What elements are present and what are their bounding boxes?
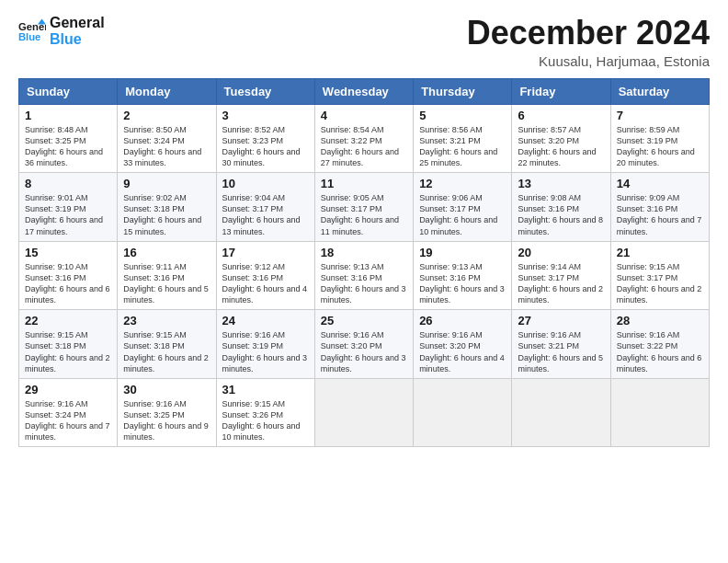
cell-daylight: Daylight: 6 hours and 3 minutes.	[419, 283, 506, 305]
day-number: 31	[222, 383, 309, 396]
day-number: 11	[321, 177, 407, 190]
day-number: 20	[518, 246, 604, 259]
cell-daylight: Daylight: 6 hours and 36 minutes.	[25, 146, 111, 168]
cell-daylight: Daylight: 6 hours and 7 minutes.	[617, 214, 703, 236]
cell-daylight: Daylight: 6 hours and 11 minutes.	[321, 214, 407, 236]
cell-daylight: Daylight: 6 hours and 3 minutes.	[321, 283, 407, 305]
cell-daylight: Daylight: 6 hours and 27 minutes.	[321, 146, 407, 168]
day-number: 14	[617, 177, 703, 190]
cell-daylight: Daylight: 6 hours and 10 minutes.	[222, 420, 309, 442]
cell-daylight: Daylight: 6 hours and 2 minutes.	[25, 352, 111, 374]
cell-sunset: Sunset: 3:20 PM	[321, 340, 407, 351]
day-number: 28	[617, 314, 703, 327]
calendar-week-row: 1 Sunrise: 8:48 AM Sunset: 3:25 PM Dayli…	[19, 104, 710, 173]
cell-sunrise: Sunrise: 9:13 AM	[419, 261, 506, 272]
title-area: December 2024 Kuusalu, Harjumaa, Estonia	[467, 15, 710, 69]
cell-sunrise: Sunrise: 9:16 AM	[123, 398, 210, 409]
day-number: 3	[222, 109, 309, 122]
header-monday: Monday	[118, 78, 216, 104]
table-row: 3 Sunrise: 8:52 AM Sunset: 3:23 PM Dayli…	[216, 104, 314, 173]
day-number: 5	[419, 109, 506, 122]
table-row: 16 Sunrise: 9:11 AM Sunset: 3:16 PM Dayl…	[118, 241, 216, 310]
cell-sunset: Sunset: 3:24 PM	[25, 409, 111, 420]
cell-sunrise: Sunrise: 9:10 AM	[25, 261, 111, 272]
cell-sunrise: Sunrise: 9:14 AM	[518, 261, 604, 272]
table-row: 26 Sunrise: 9:16 AM Sunset: 3:20 PM Dayl…	[414, 310, 512, 379]
day-number: 10	[222, 177, 309, 190]
cell-sunrise: Sunrise: 9:16 AM	[617, 329, 703, 340]
cell-sunset: Sunset: 3:17 PM	[419, 203, 506, 214]
cell-sunset: Sunset: 3:17 PM	[518, 272, 604, 283]
cell-sunset: Sunset: 3:16 PM	[518, 203, 604, 214]
table-row: 21 Sunrise: 9:15 AM Sunset: 3:17 PM Dayl…	[610, 241, 709, 310]
cell-daylight: Daylight: 6 hours and 3 minutes.	[222, 352, 309, 374]
table-row: 7 Sunrise: 8:59 AM Sunset: 3:19 PM Dayli…	[610, 104, 709, 173]
cell-sunrise: Sunrise: 8:56 AM	[419, 124, 506, 135]
day-number: 16	[123, 246, 210, 259]
day-number: 12	[419, 177, 506, 190]
cell-sunset: Sunset: 3:17 PM	[321, 203, 407, 214]
table-row: 30 Sunrise: 9:16 AM Sunset: 3:25 PM Dayl…	[118, 378, 216, 447]
cell-sunset: Sunset: 3:18 PM	[25, 340, 111, 351]
cell-sunset: Sunset: 3:22 PM	[321, 135, 407, 146]
table-row	[314, 378, 413, 447]
cell-sunset: Sunset: 3:17 PM	[617, 272, 703, 283]
table-row	[512, 378, 610, 447]
cell-sunrise: Sunrise: 9:16 AM	[419, 329, 506, 340]
cell-sunset: Sunset: 3:19 PM	[222, 340, 309, 351]
day-number: 25	[321, 314, 407, 327]
cell-sunrise: Sunrise: 8:50 AM	[123, 124, 210, 135]
cell-daylight: Daylight: 6 hours and 20 minutes.	[617, 146, 703, 168]
cell-daylight: Daylight: 6 hours and 15 minutes.	[123, 214, 210, 236]
cell-sunset: Sunset: 3:16 PM	[617, 203, 703, 214]
cell-sunrise: Sunrise: 9:06 AM	[419, 192, 506, 203]
cell-daylight: Daylight: 6 hours and 3 minutes.	[321, 352, 407, 374]
cell-sunset: Sunset: 3:18 PM	[123, 340, 210, 351]
table-row: 23 Sunrise: 9:15 AM Sunset: 3:18 PM Dayl…	[118, 310, 216, 379]
cell-sunset: Sunset: 3:18 PM	[123, 203, 210, 214]
day-number: 7	[617, 109, 703, 122]
svg-text:Blue: Blue	[18, 31, 40, 42]
cell-daylight: Daylight: 6 hours and 5 minutes.	[518, 352, 604, 374]
cell-sunset: Sunset: 3:19 PM	[25, 203, 111, 214]
cell-sunrise: Sunrise: 9:15 AM	[617, 261, 703, 272]
header-friday: Friday	[512, 78, 610, 104]
day-number: 29	[25, 383, 111, 396]
cell-sunset: Sunset: 3:25 PM	[123, 409, 210, 420]
cell-sunrise: Sunrise: 9:15 AM	[123, 329, 210, 340]
table-row: 1 Sunrise: 8:48 AM Sunset: 3:25 PM Dayli…	[19, 104, 118, 173]
table-row: 29 Sunrise: 9:16 AM Sunset: 3:24 PM Dayl…	[19, 378, 118, 447]
table-row: 27 Sunrise: 9:16 AM Sunset: 3:21 PM Dayl…	[512, 310, 610, 379]
cell-sunset: Sunset: 3:20 PM	[518, 135, 604, 146]
table-row: 15 Sunrise: 9:10 AM Sunset: 3:16 PM Dayl…	[19, 241, 118, 310]
cell-sunset: Sunset: 3:16 PM	[419, 272, 506, 283]
cell-sunrise: Sunrise: 9:16 AM	[518, 329, 604, 340]
cell-sunrise: Sunrise: 9:16 AM	[321, 329, 407, 340]
logo-blue: Blue	[50, 31, 105, 48]
table-row: 14 Sunrise: 9:09 AM Sunset: 3:16 PM Dayl…	[610, 173, 709, 242]
day-number: 6	[518, 109, 604, 122]
cell-sunset: Sunset: 3:21 PM	[518, 340, 604, 351]
cell-sunrise: Sunrise: 9:04 AM	[222, 192, 309, 203]
cell-sunset: Sunset: 3:16 PM	[321, 272, 407, 283]
cell-daylight: Daylight: 6 hours and 30 minutes.	[222, 146, 309, 168]
table-row: 20 Sunrise: 9:14 AM Sunset: 3:17 PM Dayl…	[512, 241, 610, 310]
table-row: 18 Sunrise: 9:13 AM Sunset: 3:16 PM Dayl…	[314, 241, 413, 310]
cell-daylight: Daylight: 6 hours and 9 minutes.	[123, 420, 210, 442]
location-subtitle: Kuusalu, Harjumaa, Estonia	[467, 53, 710, 69]
cell-sunrise: Sunrise: 9:13 AM	[321, 261, 407, 272]
day-number: 27	[518, 314, 604, 327]
cell-sunrise: Sunrise: 8:59 AM	[617, 124, 703, 135]
cell-sunrise: Sunrise: 8:48 AM	[25, 124, 111, 135]
cell-sunset: Sunset: 3:22 PM	[617, 340, 703, 351]
table-row: 25 Sunrise: 9:16 AM Sunset: 3:20 PM Dayl…	[314, 310, 413, 379]
day-number: 2	[123, 109, 210, 122]
calendar-week-row: 29 Sunrise: 9:16 AM Sunset: 3:24 PM Dayl…	[19, 378, 710, 447]
calendar-week-row: 22 Sunrise: 9:15 AM Sunset: 3:18 PM Dayl…	[19, 310, 710, 379]
cell-daylight: Daylight: 6 hours and 22 minutes.	[518, 146, 604, 168]
day-number: 8	[25, 177, 111, 190]
table-row: 9 Sunrise: 9:02 AM Sunset: 3:18 PM Dayli…	[118, 173, 216, 242]
day-number: 30	[123, 383, 210, 396]
cell-sunrise: Sunrise: 9:05 AM	[321, 192, 407, 203]
cell-daylight: Daylight: 6 hours and 6 minutes.	[25, 283, 111, 305]
